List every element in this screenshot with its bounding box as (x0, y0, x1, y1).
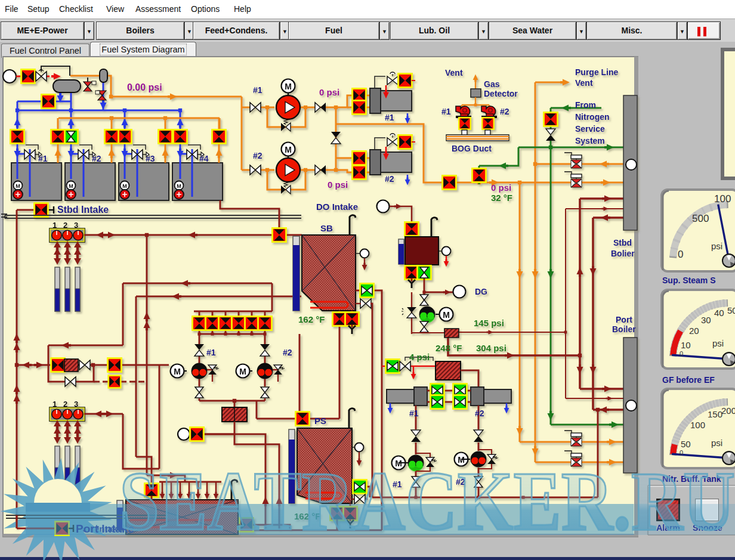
svg-text:Bolier: Bolier (611, 249, 635, 258)
svg-text:SEATRACKER.RU: SEATRACKER.RU (119, 454, 735, 547)
svg-text:#2: #2 (500, 107, 509, 116)
svg-text:#2: #2 (283, 348, 292, 357)
svg-text:304 psi: 304 psi (476, 343, 507, 353)
svg-text:Vent: Vent (445, 68, 463, 78)
svg-text:Sup. Steam S: Sup. Steam S (662, 276, 715, 285)
svg-text:Boiler: Boiler (612, 324, 636, 334)
svg-text:BOG Duct: BOG Duct (452, 144, 492, 153)
svg-text:Stbd: Stbd (613, 238, 632, 247)
svg-text:162 °F: 162 °F (298, 314, 325, 324)
svg-text:Port: Port (616, 315, 632, 324)
svg-text:Detector: Detector (484, 89, 518, 98)
svg-text:200: 200 (721, 406, 735, 416)
svg-text:psi: psi (711, 241, 722, 251)
svg-text:#2: #2 (92, 154, 101, 163)
svg-text:PS: PS (314, 416, 326, 426)
svg-text:4 psi: 4 psi (409, 352, 430, 362)
svg-text:500: 500 (692, 213, 709, 224)
svg-text:30: 30 (701, 315, 711, 325)
svg-text:0 psi: 0 psi (491, 182, 511, 193)
svg-text:Nitrogen: Nitrogen (575, 112, 610, 122)
svg-text:3: 3 (74, 221, 78, 230)
svg-text:SB: SB (320, 223, 333, 233)
svg-text:DG: DG (475, 287, 487, 296)
svg-text:#2: #2 (475, 409, 484, 418)
svg-text:0 psi: 0 psi (319, 87, 339, 97)
svg-text:#3: #3 (146, 154, 155, 163)
svg-text:0: 0 (680, 350, 683, 357)
svg-text:Service: Service (575, 124, 605, 134)
svg-text:2: 2 (63, 221, 67, 230)
svg-text:40: 40 (714, 308, 724, 318)
svg-text:#4: #4 (199, 154, 209, 163)
svg-text:248 °F: 248 °F (436, 343, 462, 353)
svg-text:#1: #1 (38, 154, 48, 163)
svg-text:System: System (575, 136, 605, 146)
svg-text:From: From (575, 100, 596, 110)
svg-text:#1: #1 (385, 113, 394, 122)
svg-text:50: 50 (681, 439, 691, 449)
svg-text:32 °F: 32 °F (491, 193, 512, 203)
svg-text:3: 3 (74, 400, 78, 409)
svg-text:10: 10 (681, 340, 691, 350)
svg-text:Purge Line: Purge Line (575, 67, 619, 77)
svg-text:#1: #1 (409, 409, 419, 418)
svg-text:0.00 psi: 0.00 psi (127, 82, 162, 92)
svg-text:#2: #2 (385, 174, 394, 184)
svg-text:#2: #2 (253, 151, 262, 160)
svg-text:0 psi: 0 psi (328, 180, 348, 190)
svg-text:150: 150 (708, 409, 722, 419)
svg-text:50: 50 (727, 305, 735, 315)
svg-text:Vent: Vent (575, 78, 593, 88)
svg-text:1: 1 (52, 400, 57, 409)
svg-text:20: 20 (689, 326, 699, 336)
svg-text:#1: #1 (206, 348, 216, 357)
svg-text:psi: psi (711, 438, 722, 448)
svg-text:#1: #1 (441, 107, 451, 116)
svg-text:2: 2 (63, 400, 67, 409)
svg-text:0: 0 (678, 249, 683, 260)
svg-text:100: 100 (714, 193, 731, 205)
svg-text:1: 1 (52, 221, 57, 230)
svg-text:Stbd Intake: Stbd Intake (57, 205, 109, 215)
svg-text:#1: #1 (253, 85, 262, 95)
svg-text:Gas: Gas (484, 79, 500, 89)
svg-text:100: 100 (690, 420, 705, 430)
svg-text:GF before EF: GF before EF (662, 375, 715, 385)
svg-text:psi: psi (712, 338, 724, 348)
svg-text:145 psi: 145 psi (474, 318, 504, 328)
svg-text:DO Intake: DO Intake (316, 202, 358, 212)
